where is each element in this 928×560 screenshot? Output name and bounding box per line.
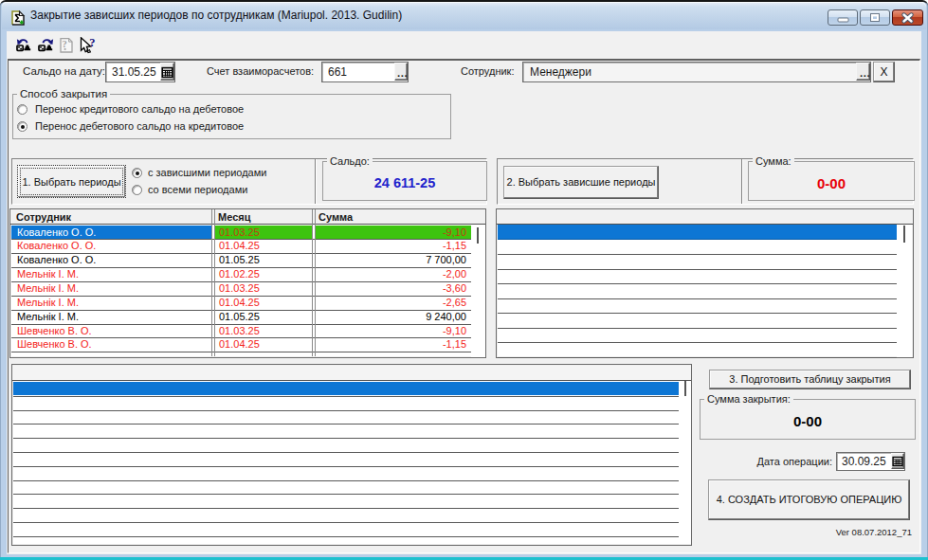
svg-text:?: ?: [89, 37, 95, 49]
svg-text:?: ?: [63, 39, 67, 49]
